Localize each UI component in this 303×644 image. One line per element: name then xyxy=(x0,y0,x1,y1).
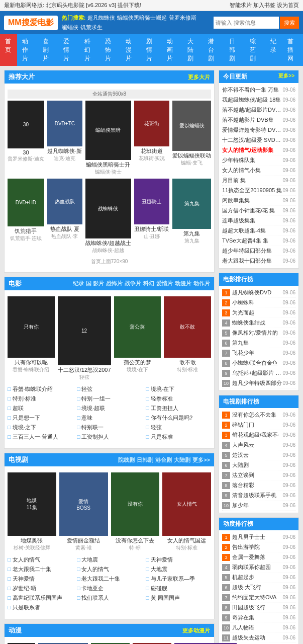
nav-jpkr[interactable]: 日韩剧 xyxy=(224,34,245,66)
hot-tag-1[interactable]: 超凡蜘蛛侠 xyxy=(87,14,115,22)
movie-link-6[interactable]: 超联 xyxy=(8,404,73,413)
movie-thumb-label-8: 丑娜骑士 xyxy=(142,198,162,205)
movie-thumb-0[interactable]: 30 xyxy=(8,101,44,148)
movie-rank-item-3: 4蜘蛛侠集结战09-06 xyxy=(222,318,295,328)
movie-link-4[interactable]: 特别·一组一 xyxy=(77,394,142,403)
nav-romance[interactable]: 爱情片 xyxy=(58,34,79,66)
today-update-more[interactable]: 更多>> xyxy=(278,72,294,81)
film-thumb-2[interactable]: 蒲公英 xyxy=(114,296,161,358)
tv-more[interactable]: 更多>> xyxy=(192,456,210,464)
tv-link-13[interactable]: 找们联系人 xyxy=(77,594,142,602)
nav-documentary[interactable]: 纪录 xyxy=(265,34,282,66)
tv-tab-3[interactable]: 大陆剧 xyxy=(174,456,190,464)
movie-link-9[interactable]: 只是想一下 xyxy=(8,414,73,422)
tv-tab-0[interactable]: 院线剧 xyxy=(118,456,135,464)
tv-link-14[interactable]: 黄·园国国声 xyxy=(146,594,211,602)
film-thumb-3[interactable]: 敢不敢 xyxy=(164,296,211,358)
hot-tag-4[interactable]: 蝙蝠侠 xyxy=(62,24,78,31)
nav-comedy[interactable]: 喜剧片 xyxy=(38,34,58,66)
film-thumb-0[interactable]: 只有你 xyxy=(8,296,55,358)
movie-link-12[interactable]: 境境·之下 xyxy=(8,423,73,432)
movie-thumb-4[interactable]: 爱以蝙蝠侠 xyxy=(172,101,211,151)
hot-tag-3[interactable]: 普罗米修斯 xyxy=(169,14,196,22)
recommend-more[interactable]: 更多大片 xyxy=(188,73,210,81)
tv-title-1: 爱情丽金额结 xyxy=(59,537,108,544)
nav-home[interactable]: 首页 xyxy=(0,34,17,66)
nav-anime[interactable]: 动漫片 xyxy=(121,34,141,66)
movie-link-11[interactable]: 你有什么问题吗? xyxy=(146,414,211,422)
anime-more[interactable]: 更多动漫片 xyxy=(182,627,210,634)
nav-drama[interactable]: 剧情片 xyxy=(141,34,162,66)
nav-variety[interactable]: 综艺剧 xyxy=(245,34,265,66)
movie-link-10[interactable]: 意味 xyxy=(77,414,142,422)
search-button[interactable]: 搜索 xyxy=(280,17,299,29)
film-thumb-1[interactable]: 12 xyxy=(58,296,111,365)
tv-thumb-1[interactable]: 爱情BOSS xyxy=(59,472,108,536)
movie-tab-0[interactable]: 纪录 xyxy=(73,280,84,287)
nav-scifi[interactable]: 科幻片 xyxy=(79,34,100,66)
movie-link-7[interactable]: 境境·超联 xyxy=(77,404,142,413)
movie-link-15[interactable]: 三百三人一·普通人 xyxy=(8,433,73,441)
nav-animation[interactable]: 动画片 xyxy=(162,34,182,66)
movie-thumb-8[interactable]: 丑娜骑士 xyxy=(134,179,169,224)
tv-link-11[interactable]: 碰碰舰 xyxy=(146,584,211,593)
smart-request-link[interactable]: 智能求片 xyxy=(230,2,252,8)
movie-title-6: 热血战队 夏 xyxy=(47,225,82,233)
nav-action[interactable]: 动作片 xyxy=(17,34,38,66)
movie-title-3: 花班街道 xyxy=(134,147,169,155)
homepage-link[interactable]: 设为首页 xyxy=(277,2,299,8)
movie-thumb-3[interactable]: 花班街 xyxy=(134,101,169,146)
movie-link-3[interactable]: 特别·标准 xyxy=(8,394,73,403)
movie-link-1[interactable]: 轻弦 xyxy=(77,385,142,393)
tv-link-5[interactable]: 大地震 xyxy=(146,565,211,574)
movie-thumb-1[interactable]: DVD+TC xyxy=(47,101,82,146)
movie-link-16[interactable]: 工资制担人 xyxy=(77,433,142,441)
movie-tab-4[interactable]: 科幻 xyxy=(143,280,154,287)
tv-thumb-2[interactable]: 没有你 xyxy=(111,472,160,536)
movie-link-14[interactable]: 轻弦 xyxy=(146,423,211,432)
tv-link-2[interactable]: 天神爱情 xyxy=(146,555,211,564)
movie-tab-1[interactable]: 国 影片 xyxy=(86,280,104,287)
movie-link-2[interactable]: 境境·在下 xyxy=(146,385,211,393)
tv-link-6[interactable]: 天神爱情 xyxy=(8,575,73,583)
hot-tag-2[interactable]: 蝙蝠侠黑暗骑士崛起 xyxy=(117,14,167,22)
tv-tab-2[interactable]: 港台剧 xyxy=(155,456,172,464)
nav-hktw[interactable]: 港台剧 xyxy=(203,34,224,66)
movie-thumb-2[interactable]: 蝙蝠侠黑暗 xyxy=(85,101,131,160)
movie-thumb-7[interactable]: 战蜘蛛侠 xyxy=(85,179,131,238)
tv-link-0[interactable]: 女人的情气 xyxy=(8,555,73,564)
tv-link-10[interactable]: 卡地亚企 xyxy=(77,584,142,593)
movie-rank-block: 电影排行榜 1超凡蜘蛛侠DVD09-06 2小蜘蛛科09-06 3为光而起09-… xyxy=(219,273,299,391)
tv-thumb-3[interactable]: 女人情气 xyxy=(162,472,211,536)
movie-tab-7[interactable]: 动作片 xyxy=(193,280,210,287)
movie-link-8[interactable]: 工资担担人 xyxy=(146,404,211,413)
tv-link-15[interactable]: 只是联系者 xyxy=(8,603,73,612)
movie-thumb-5[interactable]: DVD+HD xyxy=(8,179,44,226)
tv-link-7[interactable]: 老大跟我二十集 xyxy=(77,575,142,583)
nav-mainland[interactable]: 大陆剧 xyxy=(182,34,203,66)
tv-thumb-0[interactable]: 地煤11集 xyxy=(8,472,56,536)
tv-link-9[interactable]: 岁世纪·晒 xyxy=(8,584,73,593)
bookmark-link[interactable]: 加入书签 xyxy=(253,2,275,8)
tv-link-12[interactable]: 高世纪联系乐国国声 xyxy=(8,594,73,602)
movie-link-0[interactable]: 吞蟹·蜘蛛联介绍 xyxy=(8,385,73,393)
search-input[interactable] xyxy=(214,17,279,29)
movie-thumb-6[interactable]: 热血战队 xyxy=(47,179,82,224)
logo-text: MM搜爱电影 xyxy=(8,18,54,27)
tv-link-8[interactable]: 与儿子家联系—季 xyxy=(146,575,211,583)
nav-horror[interactable]: 恐怖片 xyxy=(100,34,121,66)
tv-tab-1[interactable]: 日韩剧 xyxy=(137,456,153,464)
hot-tag-5[interactable]: 饥荒求生 xyxy=(80,24,103,31)
movie-link-13[interactable]: 特别联一 xyxy=(77,423,142,432)
movie-tab-3[interactable]: 战争片 xyxy=(125,280,141,287)
tv-link-3[interactable]: 老大跟我二十集 xyxy=(8,565,73,574)
movie-thumb-9[interactable]: 第九集 xyxy=(172,179,211,229)
nav-first-broadcast[interactable]: 首播网 xyxy=(282,34,303,66)
movie-link-5[interactable]: 轻拳标准 xyxy=(146,394,211,403)
tv-link-1[interactable]: 大地震 xyxy=(77,555,142,564)
movie-link-17[interactable]: 只是标准 xyxy=(146,433,211,441)
movie-tab-5[interactable]: 爱情片 xyxy=(156,280,173,287)
movie-tab-6[interactable]: 动漫片 xyxy=(175,280,191,287)
movie-tab-2[interactable]: 恐怖片 xyxy=(106,280,123,287)
tv-link-4[interactable]: 女人的情气 xyxy=(77,565,142,574)
